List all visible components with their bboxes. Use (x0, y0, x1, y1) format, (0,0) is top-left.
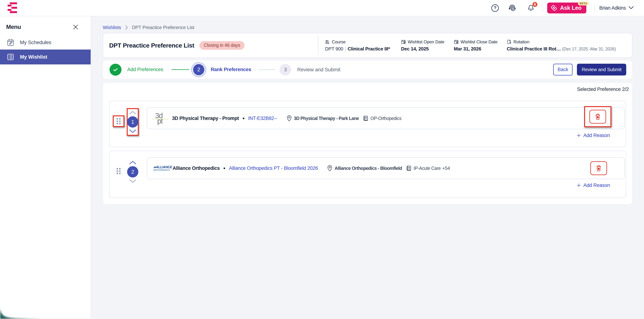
org-logo-alliance: ▰ALLIANCE ORTHOPEDICS (154, 165, 168, 171)
topbar-divider (542, 4, 543, 13)
delete-preference-button[interactable] (590, 110, 606, 124)
user-menu[interactable]: Brian Adkins (600, 5, 626, 11)
program-name: IP-Acute Care (414, 166, 440, 171)
bullet-separator (243, 118, 244, 119)
rotation-icon (507, 39, 512, 44)
breadcrumb: Wishlists DPT Preactice Preference List (103, 25, 632, 30)
step-1-done-icon (110, 64, 122, 76)
step-2-indicator: 2 (191, 62, 206, 77)
location-pin-icon (287, 115, 292, 121)
rank-controls: 2 (127, 158, 139, 186)
delete-annotation (584, 106, 611, 127)
close-menu-icon[interactable] (72, 24, 79, 30)
preferences-panel: Selected Preference 2/2 1 (103, 83, 632, 204)
back-button[interactable]: Back (553, 64, 572, 76)
step-connector (258, 70, 275, 70)
rotation-value: Clinical Practice III Rot… (507, 46, 561, 52)
breadcrumb-current: DPT Preactice Preference List (132, 25, 194, 30)
open-date-info: Wishlist Open Date Dec 14, 2025 (401, 39, 454, 52)
slot-link[interactable]: Alliance Orthopedics PT - Bloomfield 202… (229, 165, 318, 171)
org-name: 3D Physical Therapy - Prompt (172, 116, 239, 121)
program-book-icon (363, 115, 368, 121)
course-code: DPT 900 (325, 46, 343, 52)
selected-preference-counter: Selected Preference 2/2 (109, 87, 629, 92)
closing-badge: Closing in 46 days (200, 41, 244, 50)
top-bar: 6 Ask Leo BETA Brian Adkins (0, 0, 644, 16)
org-logo-3dpt: 3d pt (154, 111, 165, 126)
program-extra-count: +54 (442, 166, 450, 171)
preference-card-1: 1 3d pt 3D Physical (109, 101, 626, 147)
course-name: Clinical Practice III* (348, 46, 390, 52)
step-1-label[interactable]: Add Preferences (127, 67, 163, 72)
beta-badge: BETA (578, 1, 589, 6)
add-reason-link[interactable]: Add Reason (576, 183, 610, 188)
rotation-label: Rotation (514, 39, 530, 45)
sidebar-item-label: My Wishlist (20, 54, 47, 60)
ask-leo-label: Ask Leo (560, 5, 582, 11)
org-name: Alliance Orthopedics (172, 165, 220, 171)
course-label: Course (332, 39, 346, 45)
sidebar-item-my-schedules[interactable]: My Schedules (0, 35, 91, 50)
step-2-number: 2 (193, 64, 204, 75)
move-down-button[interactable] (129, 179, 136, 183)
location-name: 3D Physical Therapy - Park Lane (294, 116, 359, 121)
move-up-button[interactable] (129, 161, 136, 164)
chevron-right-icon (125, 25, 128, 30)
plus-icon (576, 183, 581, 188)
chevron-down-icon[interactable] (628, 6, 634, 10)
open-date-label: Wishlist Open Date (408, 39, 444, 45)
sidebar-item-my-wishlist[interactable]: My Wishlist (0, 50, 91, 64)
location-pin-icon (327, 165, 332, 171)
location-name: Alliance Orthopedics - Bloomfield (334, 166, 402, 171)
step-3-number: 3 (280, 64, 291, 76)
breadcrumb-wishlists-link[interactable]: Wishlists (103, 25, 121, 30)
step-connector (172, 69, 189, 70)
page-title: DPT Preactice Preference List (109, 42, 194, 49)
close-date-value: Mar 31, 2026 (454, 46, 507, 52)
notification-badge: 6 (532, 2, 538, 7)
calendar-icon (401, 39, 406, 44)
calendar-icon (454, 39, 459, 44)
plus-icon (576, 133, 581, 138)
rank-number: 1 (127, 116, 138, 128)
topbar-divider (595, 4, 595, 13)
course-info: Course DPT 900|Clinical Practice III* (325, 39, 401, 52)
main-content: Wishlists DPT Preactice Preference List … (91, 16, 644, 319)
program-name: OP-Orthopedics (370, 116, 402, 121)
sidebar-item-label: My Schedules (20, 40, 51, 45)
leo-logo-icon (550, 5, 557, 12)
review-and-submit-button[interactable]: Review and Submit (577, 64, 626, 76)
wishlist-icon (6, 53, 14, 61)
support-chat-icon[interactable] (508, 4, 516, 12)
drag-handle-box (113, 165, 124, 177)
preference-detail-panel: ▰ALLIANCE ORTHOPEDICS Alliance Orthopedi… (147, 157, 625, 179)
stepper-bar: Add Preferences 2 Rank Preferences 3 Rev… (103, 60, 632, 79)
wishlist-header-card: DPT Preactice Preference List Closing in… (103, 33, 632, 58)
rotation-dates: (Dec 17, 2025 -Mar 31, 2026) (562, 47, 616, 51)
open-date-value: Dec 14, 2025 (401, 46, 454, 52)
move-down-button[interactable] (129, 129, 136, 133)
notifications-bell-icon[interactable]: 6 (527, 4, 534, 12)
sidebar: Menu My Schedules (0, 16, 91, 319)
menu-title: Menu (6, 24, 21, 30)
course-icon (325, 39, 330, 44)
calendar-edit-icon (6, 38, 14, 47)
step-2-label[interactable]: Rank Preferences (211, 67, 251, 72)
delete-preference-button[interactable] (590, 161, 607, 175)
add-reason-link[interactable]: Add Reason (576, 133, 610, 138)
preference-card-2: 2 ▰ALLIANCE ORTHOPEDICS Alliance Orth (109, 151, 626, 198)
drag-handle-icon[interactable] (116, 118, 120, 124)
help-icon[interactable] (491, 4, 499, 12)
rank-number: 2 (127, 166, 138, 177)
exxat-logo[interactable] (8, 2, 17, 14)
preference-detail-panel: 3d pt 3D Physical Therapy - Prompt INT-E… (147, 107, 625, 129)
slot-link[interactable]: INT-E32B82-- (248, 116, 277, 121)
close-date-info: Wishlist Close Date Mar 31, 2026 (454, 39, 507, 52)
drag-handle-icon[interactable] (116, 168, 120, 174)
close-date-label: Wishlist Close Date (460, 39, 498, 45)
drag-handle-annotation (113, 115, 124, 127)
bullet-separator (224, 167, 225, 169)
step-3-label[interactable]: Review and Submit (297, 67, 340, 73)
rank-controls-annotation: 1 (127, 108, 139, 136)
move-up-button[interactable] (129, 111, 136, 115)
